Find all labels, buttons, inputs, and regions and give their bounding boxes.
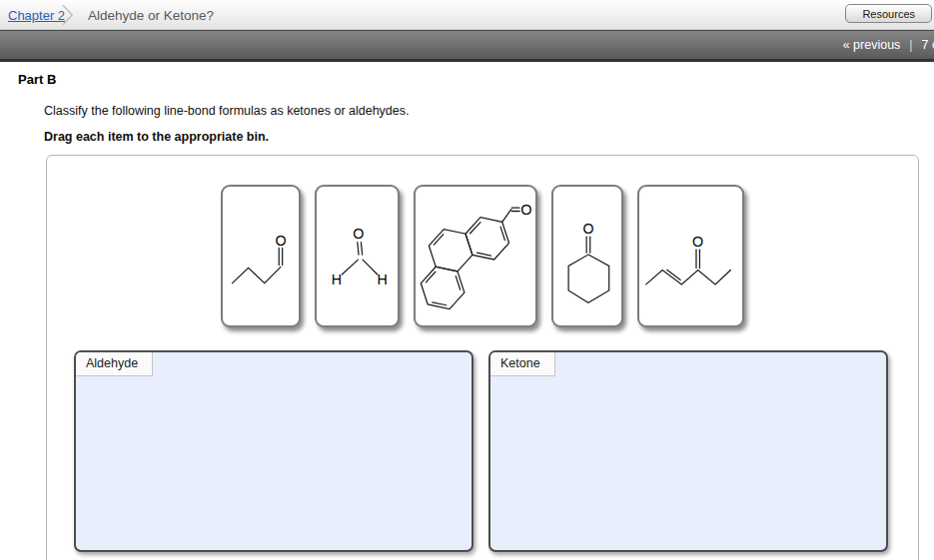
top-header: Chapter 2 Aldehyde or Ketone? Resources [0, 0, 934, 30]
oxygen-label: O [353, 226, 364, 242]
instruction-text: Classify the following line-bond formula… [44, 104, 409, 118]
butanal-structure: O [223, 187, 299, 325]
hydrogen-label: H [332, 272, 342, 287]
pagination-count: 7 o [922, 38, 934, 52]
bin-aldehyde[interactable]: Aldehyde [74, 350, 473, 552]
bin-aldehyde-label: Aldehyde [76, 352, 153, 376]
item-tray: O O H H [47, 185, 918, 327]
oxygen-label: O [582, 221, 593, 237]
molecule-card-phenanthrene-carbaldehyde[interactable]: O [414, 185, 537, 327]
question-area: O O H H [46, 155, 919, 560]
molecule-card-formaldehyde[interactable]: O H H [315, 185, 400, 327]
phenanthrene-carbaldehyde-structure: O [416, 187, 535, 325]
navbar-right-group: « previous | 7 o [843, 38, 934, 52]
molecule-card-butanal[interactable]: O [221, 185, 301, 327]
drag-instruction-text: Drag each item to the appropriate bin. [44, 130, 269, 144]
page-title: Aldehyde or Ketone? [88, 8, 214, 23]
formaldehyde-structure: O H H [317, 187, 398, 325]
bin-ketone-label: Ketone [490, 352, 555, 376]
bin-ketone[interactable]: Ketone [488, 350, 888, 552]
breadcrumb-chevron-icon [60, 3, 76, 27]
previous-link[interactable]: « previous [843, 38, 901, 52]
hexenone-structure: O [639, 187, 742, 325]
oxygen-label: O [275, 233, 286, 249]
resources-button[interactable]: Resources [845, 4, 932, 23]
breadcrumb-link[interactable]: Chapter 2 [8, 8, 65, 23]
nav-divider: | [909, 38, 912, 52]
oxygen-label: O [692, 234, 703, 250]
molecule-card-cyclohexanone[interactable]: O [551, 185, 623, 327]
assignment-navbar: « previous | 7 o [0, 30, 934, 62]
part-heading: Part B [18, 72, 56, 87]
cyclohexanone-structure: O [553, 187, 621, 325]
hydrogen-label: H [378, 272, 388, 287]
molecule-card-hexenone[interactable]: O [637, 185, 744, 327]
oxygen-label: O [520, 202, 531, 218]
